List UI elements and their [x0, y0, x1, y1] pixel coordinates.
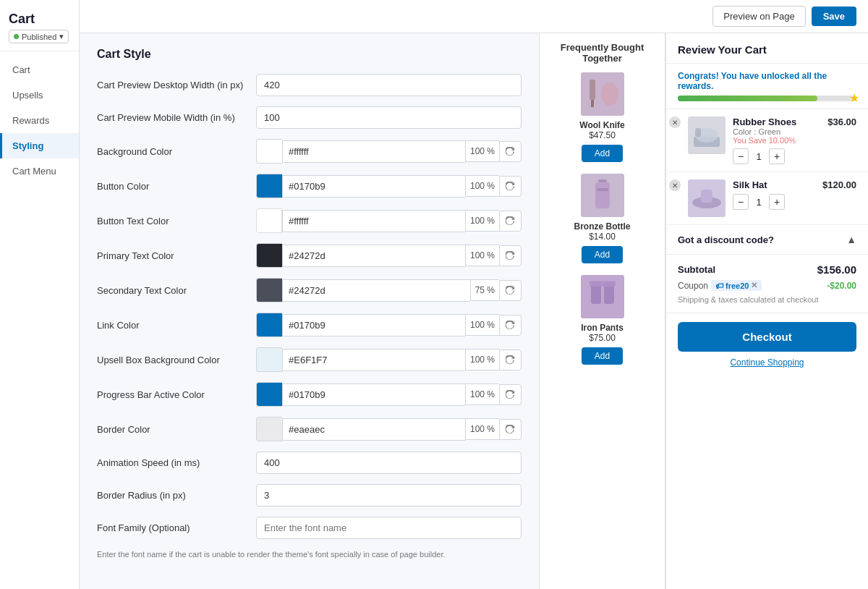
reset-progress-color[interactable] [499, 384, 522, 405]
remove-silk-hat-button[interactable]: ✕ [669, 179, 681, 191]
svg-rect-2 [591, 100, 594, 107]
hex-input-border-color[interactable] [282, 418, 465, 441]
preview-button[interactable]: Preview on Page [712, 6, 805, 27]
reset-btn-color[interactable] [499, 176, 522, 197]
reset-upsell-bg-color[interactable] [499, 349, 522, 370]
continue-shopping-link[interactable]: Continue Shopping [666, 357, 868, 378]
coupon-label: Coupon 🏷 free20 ✕ [678, 280, 762, 291]
coupon-code: free20 [726, 281, 749, 290]
sidebar-item-styling[interactable]: Styling [0, 133, 79, 158]
form-row-border-radius: Border Radius (in px) [97, 484, 522, 507]
list-item: Bronze Bottle $14.00 Add [547, 174, 658, 263]
input-animation-speed[interactable] [256, 452, 522, 474]
hex-input-bg-color[interactable] [282, 140, 465, 163]
hex-input-secondary-text-color[interactable] [282, 279, 470, 302]
settings-panel: Cart Style Cart Preview Desktop Width (i… [80, 33, 539, 589]
sidebar-item-cart-menu[interactable]: Cart Menu [0, 158, 79, 184]
published-label: Published [22, 33, 56, 41]
color-row-primary-text: 100 % [256, 243, 522, 268]
refresh-icon [506, 251, 515, 260]
remove-coupon-button[interactable]: ✕ [751, 281, 757, 290]
label-bg-color: Background Color [97, 146, 256, 157]
discount-label: Got a discount code? [678, 234, 774, 245]
input-mobile-width[interactable] [256, 106, 522, 129]
color-row-upsell-bg: 100 % [256, 347, 522, 372]
control-animation-speed [256, 452, 522, 474]
silk-hat-svg [688, 179, 726, 217]
remove-rubber-shoes-button[interactable]: ✕ [669, 116, 681, 128]
color-row-btn: 100 % [256, 174, 522, 198]
iron-pants-svg [581, 275, 624, 318]
refresh-icon [506, 286, 515, 295]
product-image-iron [581, 275, 624, 318]
qty-value-silk-hat: 1 [753, 197, 765, 208]
rewards-bar-section: Congrats! You have unlocked all the rewa… [666, 64, 868, 109]
reset-btn-text-color[interactable] [499, 211, 522, 232]
progress-bar-fill [678, 96, 817, 101]
refresh-icon [506, 425, 515, 434]
swatch-border-color[interactable] [256, 417, 282, 441]
product-color-rubber-shoes: Color : Green [733, 127, 817, 136]
discount-section[interactable]: Got a discount code? ▲ [666, 225, 868, 255]
add-iron-button[interactable]: Add [582, 347, 623, 365]
control-primary-text-color: 100 % [256, 243, 522, 268]
sidebar-item-upsells[interactable]: Upsells [0, 82, 79, 108]
swatch-bg-color[interactable] [256, 139, 282, 164]
add-bronze-button[interactable]: Add [582, 246, 623, 263]
published-badge[interactable]: Published ▾ [9, 30, 69, 43]
price-silk-hat: $120.00 [817, 179, 856, 190]
input-desktop-width[interactable] [256, 74, 522, 96]
hex-input-progress-color[interactable] [282, 384, 465, 406]
wool-knife-svg [581, 72, 624, 116]
control-border-color: 100 % [256, 417, 522, 441]
reset-primary-text-color[interactable] [499, 245, 522, 266]
qty-decrease-rubber-shoes[interactable]: − [733, 148, 749, 164]
hex-input-btn-color[interactable] [282, 175, 465, 198]
control-bg-color: 100 % [256, 139, 522, 164]
swatch-link-color[interactable] [256, 313, 282, 337]
qty-increase-rubber-shoes[interactable]: + [769, 148, 785, 164]
save-button[interactable]: Save [812, 7, 856, 26]
product-image-bronze [581, 174, 624, 217]
sidebar-header: Cart Published ▾ [0, 0, 79, 51]
svg-point-3 [601, 82, 618, 106]
swatch-primary-text-color[interactable] [256, 243, 282, 268]
sidebar-item-rewards[interactable]: Rewards [0, 108, 79, 133]
hex-input-btn-text-color[interactable] [282, 210, 465, 232]
swatch-progress-color[interactable] [256, 382, 282, 407]
rubber-shoes-svg [688, 116, 726, 154]
opacity-primary-text-color: 100 % [465, 245, 499, 266]
reset-link-color[interactable] [499, 315, 522, 336]
subtotal-value: $156.00 [817, 263, 856, 276]
opacity-upsell-bg-color: 100 % [465, 349, 499, 370]
swatch-btn-color[interactable] [256, 174, 282, 198]
label-primary-text-color: Primary Text Color [97, 250, 256, 261]
swatch-upsell-bg-color[interactable] [256, 347, 282, 372]
qty-increase-silk-hat[interactable]: + [769, 194, 785, 210]
hex-input-link-color[interactable] [282, 314, 465, 336]
qty-decrease-silk-hat[interactable]: − [733, 194, 749, 210]
opacity-btn-text-color: 100 % [465, 210, 499, 232]
color-row-border: 100 % [256, 417, 522, 441]
sidebar-item-cart[interactable]: Cart [0, 57, 79, 82]
refresh-icon [506, 321, 515, 330]
reset-secondary-text-color[interactable] [499, 280, 522, 301]
input-font-family[interactable] [256, 517, 522, 539]
hex-input-primary-text-color[interactable] [282, 245, 465, 267]
label-btn-text-color: Button Text Color [97, 216, 256, 226]
swatch-secondary-text-color[interactable] [256, 278, 282, 302]
refresh-icon [506, 147, 515, 156]
coupon-badge: 🏷 free20 ✕ [711, 280, 762, 291]
reset-bg-color[interactable] [499, 141, 522, 162]
swatch-btn-text-color[interactable] [256, 208, 282, 233]
checkout-button[interactable]: Checkout [678, 322, 856, 352]
reset-border-color[interactable] [499, 419, 522, 440]
hex-input-upsell-bg-color[interactable] [282, 349, 465, 371]
subtotal-section: Subtotal $156.00 Coupon 🏷 free20 ✕ -$20.… [666, 255, 868, 313]
price-rubber-shoes: $36.00 [817, 116, 856, 127]
input-border-radius[interactable] [256, 484, 522, 507]
add-wool-button[interactable]: Add [582, 145, 623, 162]
form-row-upsell-bg-color: Upsell Box Background Color 100 % [97, 347, 522, 372]
label-border-radius: Border Radius (in px) [97, 490, 256, 501]
svg-rect-5 [598, 179, 607, 182]
